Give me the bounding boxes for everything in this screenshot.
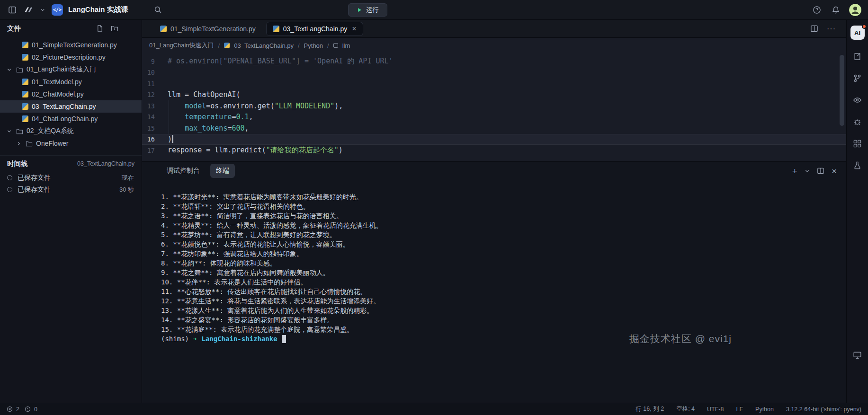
terminal-dropdown-icon[interactable] <box>805 168 810 174</box>
terminal[interactable]: 1. **花漾时光**: 寓意着花店能为顾客带来如花朵般美好的时光。2. **花… <box>142 180 846 403</box>
code-line-17[interactable]: 17response = llm.predict("请给我的花店起个名") <box>142 145 846 156</box>
notification-dot <box>862 24 867 29</box>
split-panel-icon[interactable] <box>817 167 824 175</box>
editor-tab-01-simpletextgeneration[interactable]: 01_SimpleTextGeneration.py <box>153 22 262 36</box>
code-text: max_tokens=600, <box>168 124 249 132</box>
titlebar-left: </> LangChain 实战课 <box>7 4 164 16</box>
new-folder-icon[interactable] <box>111 25 118 32</box>
tree-item-04_ChatLongChain.py[interactable]: 04_ChatLongChain.py <box>0 113 142 125</box>
tree-item-01_SimpleTextGeneration.py[interactable]: 01_SimpleTextGeneration.py <box>0 39 142 51</box>
panel-header: 调试控制台 终端 + × <box>142 162 846 180</box>
breadcrumb-file[interactable]: 03_TextLangChain.py <box>234 42 294 49</box>
python-file-icon <box>22 103 28 110</box>
breadcrumb-folder[interactable]: 01_LangChain快速入门 <box>149 41 214 50</box>
chevron-down-icon <box>7 67 13 72</box>
timeline-time: 现在 <box>122 174 134 182</box>
code-line-15[interactable]: 15 max_tokens=600, <box>142 123 846 134</box>
source-control-icon[interactable] <box>852 73 863 83</box>
prompt-arrow: ➜ <box>193 334 197 344</box>
statusbar-item[interactable]: 空格: 4 <box>676 405 695 413</box>
python-file-icon <box>273 26 279 32</box>
code-line-13[interactable]: 13 model=os.environ.get("LLM_MODELEND"), <box>142 100 846 112</box>
indent-guide <box>169 100 169 134</box>
statusbar-item[interactable]: 行 16, 列 2 <box>635 405 664 413</box>
bell-icon[interactable] <box>830 4 841 16</box>
chevron-down-icon[interactable] <box>40 7 46 13</box>
tests-icon[interactable] <box>852 160 863 170</box>
statusbar-item[interactable]: Python <box>755 406 774 413</box>
code-editor[interactable]: 9# os.environ["OPENAI_BASE_URL"] = 'Open… <box>142 53 846 161</box>
bottom-panel: 调试控制台 终端 + × 1. **花漾时 <box>142 161 846 403</box>
timeline-label: 已保存文件 <box>18 185 51 194</box>
code-line-11[interactable]: 11 <box>142 78 846 89</box>
terminal-output-line: 10. **花伴**: 表示花是人们生活中的好伴侣。 <box>161 277 846 287</box>
tree-item-02_PictureDescription.py[interactable]: 02_PictureDescription.py <box>0 51 142 63</box>
tree-item-01_TextModel.py[interactable]: 01_TextModel.py <box>0 76 142 88</box>
new-file-icon[interactable] <box>96 25 104 32</box>
code-line-14[interactable]: 14 temperature=0.1, <box>142 112 846 123</box>
terminal-output: 1. **花漾时光**: 寓意着花店能为顾客带来如花朵般美好的时光。2. **花… <box>161 192 846 334</box>
search-icon[interactable] <box>152 4 164 16</box>
statusbar-item[interactable]: UTF-8 <box>707 406 724 413</box>
terminal-output-line: 15. **花满庭**: 表示花店的花充满整个庭院，寓意繁荣昌盛。 <box>161 325 846 334</box>
tab-terminal[interactable]: 终端 <box>210 164 235 178</box>
remote-window-icon[interactable] <box>852 350 863 360</box>
tree-item-03_TextLangChain.py[interactable]: 03_TextLangChain.py <box>0 100 142 113</box>
code-line-9[interactable]: 9# os.environ["OPENAI_BASE_URL"] = 'Open… <box>142 56 846 67</box>
folder-icon <box>16 128 23 135</box>
terminal-output-line: 12. **花意生活**: 将花与生活紧密联系，表达花店能为生活增添美好。 <box>161 296 846 306</box>
editor-tabbar: 01_SimpleTextGeneration.py 03_TextLangCh… <box>142 20 846 38</box>
problems-indicator[interactable]: 2 0 <box>7 406 39 413</box>
breadcrumb-language[interactable]: Python <box>304 42 323 49</box>
extensions-icon[interactable] <box>852 138 863 149</box>
menu-icon[interactable] <box>7 4 18 16</box>
ai-assistant-icon[interactable]: AI <box>850 26 865 40</box>
debug-icon[interactable] <box>852 116 863 127</box>
breadcrumb-separator: / <box>327 42 329 49</box>
split-editor-icon[interactable] <box>810 25 818 33</box>
file-name: 02_ChatModel.py <box>32 90 84 98</box>
code-line-12[interactable]: 12llm = ChatOpenAI( <box>142 89 846 101</box>
close-tab-icon[interactable]: × <box>352 25 356 33</box>
more-actions-icon[interactable]: ··· <box>827 25 836 33</box>
terminal-output-line: 11. **心花怒放**: 传达出顾客在花店能找到让自己心情愉悦的花。 <box>161 287 846 296</box>
line-number: 16 <box>142 135 163 143</box>
code-text: llm = ChatOpenAI( <box>168 90 241 99</box>
tree-item-OneFlower[interactable]: OneFlower <box>0 137 142 150</box>
tree-item-02_文档QA系统[interactable]: 02_文档QA系统 <box>0 125 142 137</box>
editor-tab-03-textlangchain[interactable]: 03_TextLangChain.py × <box>266 22 363 36</box>
tab-label: 03_TextLangChain.py <box>283 25 347 33</box>
symbol-icon <box>333 43 338 48</box>
tree-item-02_ChatModel.py[interactable]: 02_ChatModel.py <box>0 88 142 100</box>
python-file-icon <box>22 91 28 97</box>
preview-icon[interactable] <box>852 95 863 105</box>
line-number: 11 <box>142 80 163 88</box>
tree-item-01_LangChain快速入门[interactable]: 01_LangChain快速入门 <box>0 63 142 76</box>
help-icon[interactable] <box>811 4 823 16</box>
terminal-output-line: 9. **花之舞**: 寓意着花在店内如同舞蹈般美丽动人。 <box>161 268 846 277</box>
close-panel-icon[interactable]: × <box>832 167 837 176</box>
code-line-16[interactable]: 16) <box>142 134 846 145</box>
file-name: 02_文档QA系统 <box>27 127 74 135</box>
timeline-entry[interactable]: 已保存文件现在 <box>0 172 142 184</box>
statusbar-item[interactable]: 3.12.2 64-bit ('shims': pyenv) <box>786 406 861 413</box>
statusbar-item[interactable]: LF <box>736 406 743 413</box>
code-text: model=os.environ.get("LLM_MODELEND"), <box>168 102 343 110</box>
file-name: 01_SimpleTextGeneration.py <box>32 41 117 49</box>
avatar[interactable] <box>849 4 861 16</box>
new-terminal-icon[interactable]: + <box>792 167 797 176</box>
file-export-icon[interactable] <box>852 51 863 62</box>
run-button[interactable]: 运行 <box>348 3 387 17</box>
prompt-cwd: LangChain-shizhanke <box>201 334 277 344</box>
history-dot-icon <box>7 187 12 192</box>
statusbar: 2 0 行 16, 列 2空格: 4UTF-8LFPython3.12.2 64… <box>0 403 868 415</box>
line-number: 10 <box>142 69 163 76</box>
tab-debug-console[interactable]: 调试控制台 <box>161 164 206 178</box>
text-cursor <box>172 135 173 143</box>
timeline-header[interactable]: 时间线 03_TextLangChain.py <box>0 156 142 172</box>
timeline-entry[interactable]: 已保存文件30 秒 <box>0 184 142 195</box>
editor-scrollbar[interactable] <box>840 55 844 126</box>
breadcrumb-symbol[interactable]: llm <box>342 42 350 49</box>
code-line-10[interactable]: 10 <box>142 67 846 79</box>
code-text: # os.environ["OPENAI_BASE_URL"] = 'OpenA… <box>168 57 393 66</box>
